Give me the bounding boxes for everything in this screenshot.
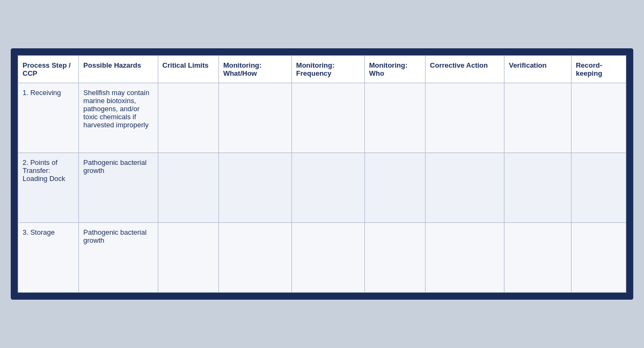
cell-verification-2 <box>504 153 572 223</box>
header-monitoring-what: Monitoring: What/How <box>218 56 291 83</box>
header-hazards: Possible Hazards <box>79 56 158 83</box>
cell-corrective-1 <box>426 83 504 153</box>
cell-freq-1 <box>291 83 364 153</box>
header-critical: Critical Limits <box>158 56 218 83</box>
table-container: Process Step / CCP Possible Hazards Crit… <box>11 48 633 300</box>
cell-who-1 <box>364 83 425 153</box>
table-row: 3. Storage Pathogenic bacterial growth <box>18 223 626 293</box>
cell-who-3 <box>364 223 425 293</box>
cell-process-1: 1. Receiving <box>18 83 79 153</box>
cell-corrective-2 <box>426 153 504 223</box>
cell-what-2 <box>218 153 291 223</box>
header-corrective: Corrective Action <box>426 56 504 83</box>
cell-hazards-2: Pathogenic bacterial growth <box>79 153 158 223</box>
header-monitoring-who: Monitoring: Who <box>364 56 425 83</box>
cell-critical-2 <box>158 153 218 223</box>
cell-process-3: 3. Storage <box>18 223 79 293</box>
cell-what-1 <box>218 83 291 153</box>
cell-critical-3 <box>158 223 218 293</box>
header-record: Record-keeping <box>571 56 626 83</box>
haccp-table: Process Step / CCP Possible Hazards Crit… <box>18 55 626 293</box>
cell-hazards-1: Shellfish may contain marine biotoxins, … <box>79 83 158 153</box>
header-monitoring-freq: Monitoring: Frequency <box>291 56 364 83</box>
cell-verification-3 <box>504 223 572 293</box>
cell-corrective-3 <box>426 223 504 293</box>
table-row: 1. Receiving Shellfish may contain marin… <box>18 83 626 153</box>
cell-record-3 <box>571 223 626 293</box>
table-row: 2. Points of Transfer: Loading Dock Path… <box>18 153 626 223</box>
cell-who-2 <box>364 153 425 223</box>
cell-critical-1 <box>158 83 218 153</box>
cell-freq-2 <box>291 153 364 223</box>
header-process: Process Step / CCP <box>18 56 79 83</box>
cell-process-2: 2. Points of Transfer: Loading Dock <box>18 153 79 223</box>
header-verification: Verification <box>504 56 572 83</box>
cell-verification-1 <box>504 83 572 153</box>
cell-record-1 <box>571 83 626 153</box>
header-row: Process Step / CCP Possible Hazards Crit… <box>18 56 626 83</box>
cell-freq-3 <box>291 223 364 293</box>
cell-record-2 <box>571 153 626 223</box>
cell-what-3 <box>218 223 291 293</box>
cell-hazards-3: Pathogenic bacterial growth <box>79 223 158 293</box>
